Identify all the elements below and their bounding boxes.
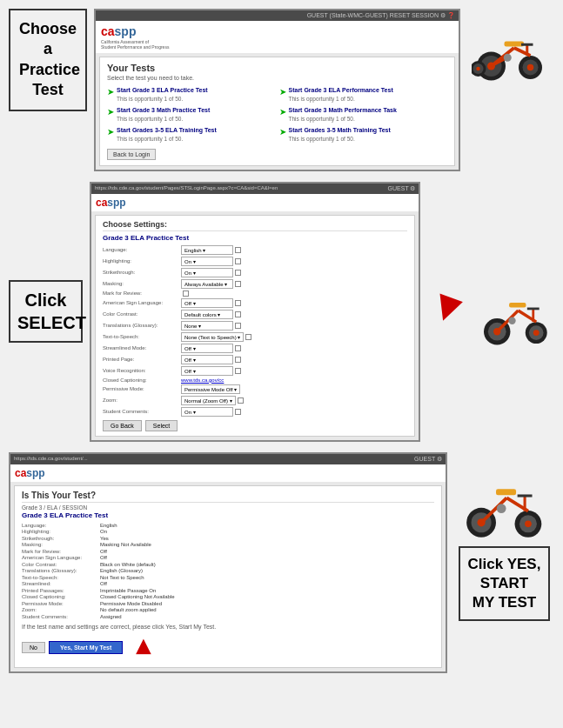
tricycle-svg-1 [472, 9, 550, 87]
ss3-row-label: Color Contrast: [22, 562, 100, 567]
ss3-row-label: Closed Captioning: [22, 594, 100, 599]
pedal-crank [504, 54, 512, 62]
label-click: ClickSELECT [17, 291, 86, 332]
tts-checkbox[interactable] [245, 334, 251, 340]
svg-point-17 [525, 520, 532, 527]
back-to-login-button[interactable]: Back to Login [107, 149, 156, 160]
ss1-header-right: GUEST (State-WMC-GUEST) RESET SESSION ⚙ … [307, 12, 455, 19]
strikethrough-dropdown[interactable]: On ▾ [181, 268, 233, 277]
masking-dropdown[interactable]: Always Available ▾ [181, 279, 233, 289]
ss2-setting-row: Highlighting: On ▾ [103, 257, 407, 266]
select-button[interactable]: Select [145, 420, 178, 431]
permissive-dropdown[interactable]: Permissive Mode Off ▾ [181, 384, 240, 394]
list-item[interactable]: ➤ Start Grade 3 Math Practice Test This … [107, 106, 276, 123]
language-checkbox[interactable] [235, 247, 241, 253]
red-arrow-select: ▼ [422, 280, 475, 333]
ss3-row-value: Yes [100, 536, 109, 541]
ss3-row-value: No default zoom applied [100, 607, 157, 612]
ss2-setting-row: Permissive Mode: Permissive Mode Off ▾ [103, 384, 407, 394]
ss2-setting-row: Language: English ▾ [103, 245, 407, 255]
front-wheel-hub [527, 64, 534, 71]
voice-checkbox[interactable] [235, 368, 241, 374]
streamlined-checkbox[interactable] [235, 345, 241, 351]
ss2-label: Printed Page: [103, 357, 181, 362]
ss2-setting-row: Mark for Review: [103, 291, 407, 297]
strikethrough-checkbox[interactable] [235, 270, 241, 276]
ss2-label: Closed Captioning: [103, 377, 181, 383]
mark-review-checkbox[interactable] [183, 291, 189, 297]
test-label[interactable]: Start Grade 3 ELA Practice Test [117, 87, 208, 93]
comments-dropdown[interactable]: On ▾ [181, 407, 233, 417]
ss3-setting-row: Masking: Masking Not Available [22, 542, 434, 547]
ss3-row-value: English (Glossary) [100, 568, 143, 573]
printed-checkbox[interactable] [235, 357, 241, 363]
test-label[interactable]: Start Grades 3-5 Math Training Test [289, 127, 391, 133]
comments-checkbox[interactable] [235, 409, 241, 415]
ss3-row-value: Closed Captioning Not Available [100, 594, 175, 599]
ss3-setting-row: Printed Passages: Imprintable Passage On [22, 588, 434, 593]
color-contrast-dropdown[interactable]: Default colors ▾ [181, 310, 233, 319]
list-item[interactable]: ➤ Start Grade 3 ELA Performance Test Thi… [279, 86, 448, 103]
ss3-row-label: Strikethrough: [22, 536, 100, 541]
ss3-row-value: Not Text to Speech [100, 575, 144, 580]
ss2-setting-row: Translations (Glossary): None ▾ [103, 321, 407, 331]
test-label[interactable]: Start Grades 3-5 ELA Training Test [117, 127, 217, 133]
test-sub: This is opportunity 1 of 50. [117, 136, 183, 142]
asl-dropdown[interactable]: Off ▾ [181, 298, 233, 308]
ss2-setting-row: Text-to-Speech: None (Text to Speech) ▾ [103, 332, 407, 342]
list-item[interactable]: ➤ Start Grade 3 Math Performance Task Th… [279, 106, 448, 123]
ss3-setting-row: Language: English [22, 523, 434, 528]
ss3-setting-row: Zoom: No default zoom applied [22, 607, 434, 612]
ss1-content: Your Tests Select the test you need to t… [99, 57, 455, 166]
svg-rect-8 [509, 303, 526, 308]
ss3-row-label: American Sign Language: [22, 555, 100, 560]
ss2-setting-row: Voice Recognition: Off ▾ [103, 366, 407, 376]
arrow-icon: ➤ [107, 87, 114, 97]
arrow-icon: ➤ [279, 107, 286, 117]
test-item-text: Start Grades 3-5 Math Training Test This… [289, 126, 391, 143]
tts-dropdown[interactable]: None (Text to Speech) ▾ [181, 332, 244, 342]
test-label[interactable]: Start Grade 3 Math Performance Task [289, 107, 397, 113]
ss2-label: Permissive Mode: [103, 386, 181, 391]
masking-checkbox[interactable] [235, 281, 241, 287]
yes-start-test-button[interactable]: Yes, Start My Test [49, 641, 123, 654]
voice-dropdown[interactable]: Off ▾ [181, 366, 233, 376]
language-dropdown[interactable]: English ▾ [181, 245, 233, 255]
ss2-setting-row: Masking: Always Available ▾ [103, 279, 407, 289]
list-item[interactable]: ➤ Start Grades 3-5 Math Training Test Th… [279, 126, 448, 143]
go-back-button[interactable]: Go Back [103, 420, 142, 431]
test-label[interactable]: Start Grade 3 ELA Performance Test [289, 87, 393, 93]
highlighting-checkbox[interactable] [235, 258, 241, 264]
zoom-dropdown[interactable]: Normal (Zoom Off) ▾ [181, 396, 236, 405]
tricycle-image-2 [476, 271, 554, 351]
tricycle-image-1 [467, 9, 554, 87]
ss3-setting-row: Text-to-Speech: Not Text to Speech [22, 575, 434, 580]
no-button[interactable]: No [22, 642, 45, 653]
ss3-setting-row: Mark for Review: Off [22, 549, 434, 554]
ss3-row-value: Assigned [100, 614, 122, 619]
ss2-label: Mark for Review: [103, 291, 181, 296]
zoom-checkbox[interactable] [238, 397, 244, 404]
ss2-header: https://tds.cde.ca.gov/student/Pages/STS… [91, 184, 419, 194]
ss3-confirm-text: If the test name and settings are correc… [22, 624, 434, 630]
ss2-label: American Sign Language: [103, 300, 181, 305]
arrow-icon: ➤ [279, 127, 286, 137]
test-item-text: Start Grade 3 Math Practice Test This is… [117, 106, 210, 123]
test-item-text: Start Grade 3 ELA Performance Test This … [289, 86, 393, 103]
ss3-setting-row: Color Contrast: Black on White (default) [22, 562, 434, 567]
ss3-row-label: Masking: [22, 542, 100, 547]
test-label[interactable]: Start Grade 3 Math Practice Test [117, 107, 210, 113]
ss3-setting-row: Permissive Mode: Permissive Mode Disable… [22, 601, 434, 606]
ss2-label: Language: [103, 247, 181, 252]
color-contrast-checkbox[interactable] [235, 311, 241, 317]
test-sub: This is opportunity 1 of 50. [117, 96, 183, 102]
list-item[interactable]: ➤ Start Grade 3 ELA Practice Test This i… [107, 86, 276, 103]
asl-checkbox[interactable] [235, 300, 241, 306]
ss3-row-label: Student Comments: [22, 614, 100, 619]
translations-checkbox[interactable] [235, 323, 241, 329]
translations-dropdown[interactable]: None ▾ [181, 321, 233, 331]
printed-dropdown[interactable]: Off ▾ [181, 355, 233, 364]
highlighting-dropdown[interactable]: On ▾ [181, 257, 233, 266]
list-item[interactable]: ➤ Start Grades 3-5 ELA Training Test Thi… [107, 126, 276, 143]
streamlined-dropdown[interactable]: Off ▾ [181, 344, 233, 353]
